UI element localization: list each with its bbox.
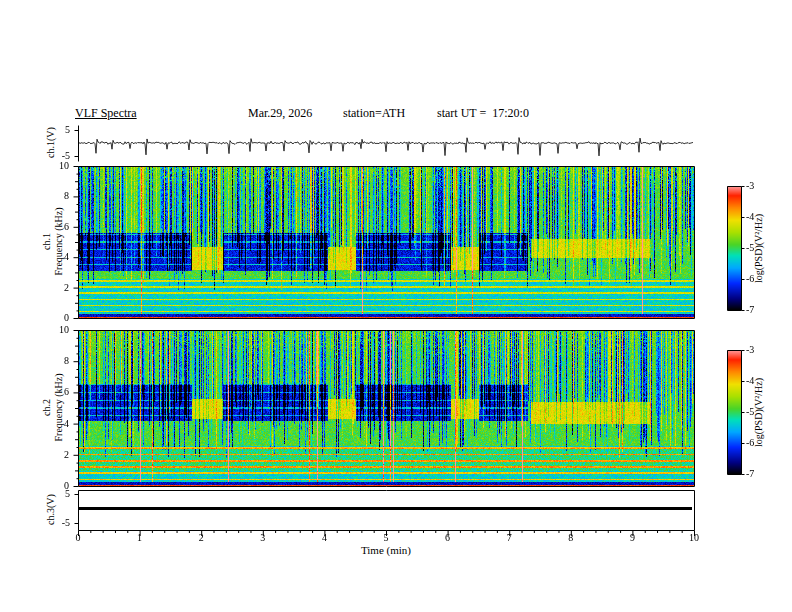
x-axis-label: Time (min) [336, 545, 436, 555]
xtick-label: 1 [125, 533, 155, 543]
colorbar2-unit-label: log(PSD)(V²/Hz) [753, 369, 764, 457]
xtick-label: 2 [186, 533, 216, 543]
ch1-voltage-axis-label: ch.1(V) [45, 113, 56, 173]
ch2-spectrogram-canvas [78, 330, 694, 486]
start-ut-label: start UT = 17:20:0 [437, 106, 529, 121]
colorbar1-unit-label: log(PSD)(V²/Hz) [753, 205, 764, 293]
xtick-label: 10 [679, 533, 709, 543]
ch1-spec-ytick-label: 0 [29, 313, 69, 323]
station-label: station=ATH [343, 106, 405, 121]
ch1-spectrogram-canvas [78, 166, 694, 318]
page-title: VLF Spectra [75, 106, 137, 121]
ch1-waveform-canvas [78, 125, 694, 161]
colorbar1-canvas [727, 186, 741, 310]
colorbar2-tick-label: -7 [746, 469, 776, 479]
xtick-label: 0 [63, 533, 93, 543]
xtick-label: 4 [309, 533, 339, 543]
date-label: Mar.29, 2026 [248, 106, 312, 121]
ch3-voltage-axis-label: ch.3(V) [45, 480, 56, 540]
colorbar2-canvas [727, 350, 741, 474]
ch2-spec-ytick-label: 10 [29, 325, 69, 335]
ch2-channel-label: ch.2 [41, 388, 52, 428]
xtick-label: 8 [556, 533, 586, 543]
colorbar1-tick-label: -7 [746, 305, 776, 315]
colorbar2-tick-label: -3 [746, 345, 776, 355]
ch1-frequency-axis-label: Frequency (kHz) [53, 192, 64, 292]
vlf-spectra-plot: VLF Spectra Mar.29, 2026 station=ATH sta… [0, 0, 792, 612]
ch2-frequency-axis-label: Frequency (kHz) [53, 358, 64, 458]
xtick-label: 7 [494, 533, 524, 543]
xtick-label: 9 [617, 533, 647, 543]
xtick-label: 6 [433, 533, 463, 543]
colorbar1-tick-label: -3 [746, 181, 776, 191]
ch1-channel-label: ch.1 [41, 222, 52, 262]
ch3-waveform-canvas [78, 490, 694, 530]
xtick-label: 5 [371, 533, 401, 543]
xtick-label: 3 [248, 533, 278, 543]
